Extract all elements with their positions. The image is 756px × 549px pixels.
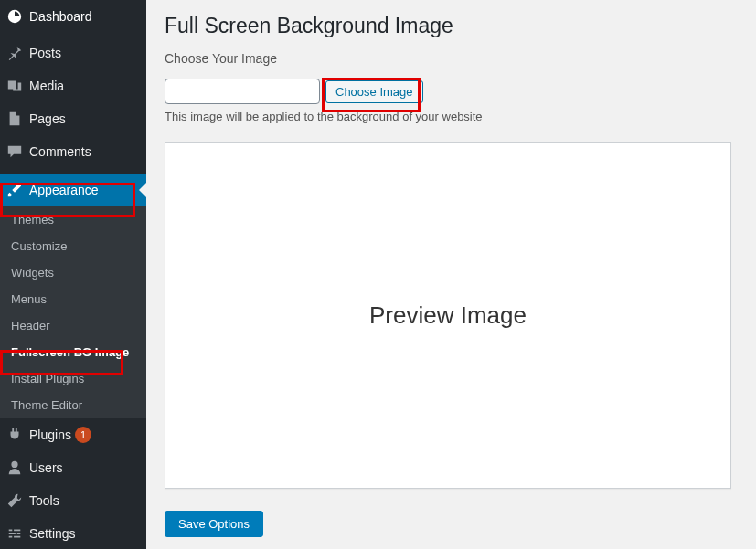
sidebar-item-label: Posts bbox=[29, 46, 61, 60]
sidebar-item-label: Plugins bbox=[29, 428, 71, 442]
sidebar-item-dashboard[interactable]: Dashboard bbox=[0, 0, 146, 33]
page-icon bbox=[5, 110, 24, 128]
sidebar-item-posts[interactable]: Posts bbox=[0, 37, 146, 69]
wrench-icon bbox=[5, 491, 24, 510]
choose-image-button[interactable]: Choose Image bbox=[325, 80, 423, 103]
submenu-themes[interactable]: Themes bbox=[0, 206, 146, 233]
sidebar-item-label: Comments bbox=[29, 144, 91, 159]
image-path-input[interactable] bbox=[165, 79, 320, 104]
sidebar-item-pages[interactable]: Pages bbox=[0, 102, 146, 135]
user-icon bbox=[5, 459, 24, 477]
pin-icon bbox=[5, 44, 24, 62]
submenu-fullscreen-bg[interactable]: Fullscreen BG Image bbox=[0, 339, 146, 365]
sidebar-item-label: Dashboard bbox=[29, 9, 92, 24]
preview-placeholder-text: Preview Image bbox=[369, 301, 527, 330]
submenu-header[interactable]: Header bbox=[0, 312, 146, 339]
sidebar-item-appearance[interactable]: Appearance bbox=[0, 174, 146, 206]
submenu-install-plugins[interactable]: Install Plugins bbox=[0, 365, 146, 392]
page-title: Full Screen Background Image bbox=[165, 14, 738, 38]
sidebar-item-media[interactable]: Media bbox=[0, 69, 146, 102]
sidebar-item-settings[interactable]: Settings bbox=[0, 517, 146, 549]
image-chooser-row: Choose Image This image will be applied … bbox=[165, 79, 738, 123]
main-content: Full Screen Background Image Choose Your… bbox=[146, 0, 756, 549]
brush-icon bbox=[5, 181, 24, 199]
submenu-customize[interactable]: Customize bbox=[0, 233, 146, 259]
sidebar-item-label: Tools bbox=[29, 493, 59, 508]
sidebar-item-comments[interactable]: Comments bbox=[0, 135, 146, 168]
choose-image-label: Choose Your Image bbox=[165, 51, 738, 66]
admin-sidebar: Dashboard Posts Media Pages Comments App… bbox=[0, 0, 146, 549]
submenu-widgets[interactable]: Widgets bbox=[0, 259, 146, 286]
help-text: This image will be applied to the backgr… bbox=[165, 110, 483, 123]
preview-box: Preview Image bbox=[165, 142, 731, 489]
media-icon bbox=[5, 77, 24, 95]
save-options-button[interactable]: Save Options bbox=[165, 511, 263, 537]
sidebar-item-label: Settings bbox=[29, 526, 76, 541]
sidebar-item-label: Appearance bbox=[29, 183, 99, 197]
comment-icon bbox=[5, 143, 24, 161]
sidebar-item-users[interactable]: Users bbox=[0, 451, 146, 484]
sliders-icon bbox=[5, 524, 24, 543]
plugins-update-badge: 1 bbox=[75, 427, 91, 443]
dashboard-icon bbox=[5, 7, 24, 26]
sidebar-item-label: Users bbox=[29, 460, 63, 475]
sidebar-item-tools[interactable]: Tools bbox=[0, 484, 146, 517]
sidebar-item-label: Pages bbox=[29, 111, 66, 126]
submenu-menus[interactable]: Menus bbox=[0, 286, 146, 312]
sidebar-item-label: Media bbox=[29, 79, 64, 93]
appearance-submenu: Themes Customize Widgets Menus Header Fu… bbox=[0, 206, 146, 418]
sidebar-item-plugins[interactable]: Plugins 1 bbox=[0, 418, 146, 451]
submenu-theme-editor[interactable]: Theme Editor bbox=[0, 392, 146, 418]
plug-icon bbox=[5, 426, 24, 444]
